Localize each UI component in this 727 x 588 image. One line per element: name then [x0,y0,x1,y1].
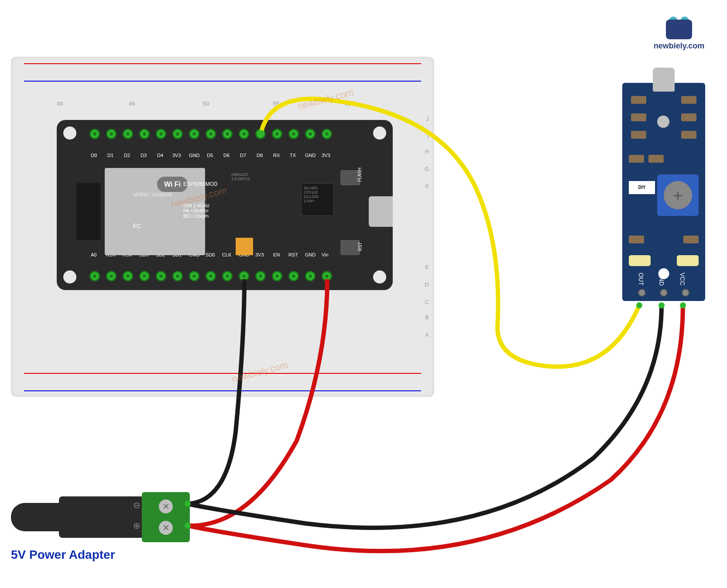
nodemcu-pins-top: D0 D1 D2 D3 D4 3V3 GND D5 D6 D7 D8 RX TX… [89,129,332,139]
pin-gnd: GND [239,271,249,281]
potentiometer [657,174,699,216]
pin-rsv: RSV [106,271,117,281]
pin-rst: RST [288,271,299,281]
pin-3v3: 3V3 [172,129,183,139]
svg-point-3 [680,302,686,308]
row-letter: J [426,116,429,122]
pin-d1: D1 [106,129,117,139]
sound-sensor-module: DIY MH OUT GND VCC [622,83,705,301]
pin-3v3: 3V3 [255,271,266,281]
pin-gnd: GND [189,129,199,139]
pin-d3: D3 [139,129,150,139]
power-adapter-label: 5V Power Adapter [11,548,115,562]
nodemcu-pins-bottom: A0 RSV RSV SD3 SD2 SD1 CMD SD0 CLK GND 3… [89,271,332,281]
pin-d2: D2 [123,129,133,139]
pin-rsv: RSV [123,271,133,281]
pin-d7: D7 [239,129,249,139]
col-num: 45 [129,100,135,107]
site-logo: newbiely.com [651,13,707,51]
pin-tx: TX [288,129,299,139]
col-num: 40 [57,100,63,107]
barrel-plug [11,503,63,531]
minus-terminal-icon: ⊖ [133,500,141,510]
screw-terminal-plus [159,521,173,535]
sensor-led [629,255,651,266]
chip-vendor-text: MODEL VENDOR [133,192,172,197]
pin-d4: D4 [156,129,166,139]
pin-gnd: GND [305,271,315,281]
reset-button [340,240,360,255]
pin-a0: A0 [89,271,100,281]
pin-sd2: SD2 [156,271,166,281]
svg-point-2 [658,302,665,308]
pin-label-vcc: VCC [679,273,686,286]
pin-gnd: GND [305,129,315,139]
plus-terminal-icon: ⊕ [133,520,141,531]
pin-3v3: 3V3 [322,129,332,139]
diy-logo: DIY [629,181,655,194]
owl-icon [662,13,696,39]
col-num: 50 [203,100,209,107]
fcc-logo-icon: FC [133,222,141,229]
pin-d0: D0 [89,129,100,139]
row-letter: E [425,264,429,270]
pin-rx: RX [272,129,282,139]
chip-specs: ISM 2.4GHz PA +25dBm 802.11b/g/n [183,203,209,219]
row-letter: F [425,183,429,190]
sensor-led [677,255,699,266]
pin-label-gnd: GND [658,272,665,286]
power-adapter-jack: ⊖ ⊕ [11,492,190,542]
row-letter: A [425,332,429,338]
sensor-pin-gnd [660,289,668,297]
pin-cmd: CMD [189,271,199,281]
sensor-pin-vcc [682,289,689,297]
esp-antenna [76,183,100,240]
usb-serial-chip: SILABS CP2102 DCL00X 1708+ [301,183,334,216]
micro-usb-port [369,196,393,227]
col-num: 55 [273,100,279,107]
col-num: 60 [345,100,351,107]
row-letter: B [425,314,429,321]
sensor-screw-hole [657,116,669,128]
row-letter: G [425,166,429,172]
screw-terminal-minus [159,499,173,513]
sensor-pin-out [638,289,646,297]
nodemcu-board: D0 D1 D2 D3 D4 3V3 GND D5 D6 D7 D8 RX TX… [57,120,393,290]
regulator-label: AMS1117 3.3 DN711 [231,172,250,181]
pin-d6: D6 [222,129,233,139]
pin-vin: Vin [322,271,332,281]
pin-sd1: SD1 [172,271,183,281]
pin-d5: D5 [206,129,216,139]
logo-text: newbiely.com [651,41,707,51]
pin-sd0: SD0 [206,271,216,281]
row-letter: H [425,148,429,155]
row-letter: C [425,299,429,305]
screw-terminals [142,492,190,542]
pin-en: EN [272,271,282,281]
capacitor [236,238,253,255]
chip-model: ESP8266MOD [183,181,218,187]
pin-d8: D8 [255,129,266,139]
pin-label-out: OUT [638,273,645,286]
svg-point-1 [636,302,642,308]
microphone-icon [653,68,675,92]
pin-clk: CLK [222,271,233,281]
pin-sd3: SD3 [139,271,150,281]
row-letter: I [427,133,429,140]
row-letter: D [425,281,429,288]
